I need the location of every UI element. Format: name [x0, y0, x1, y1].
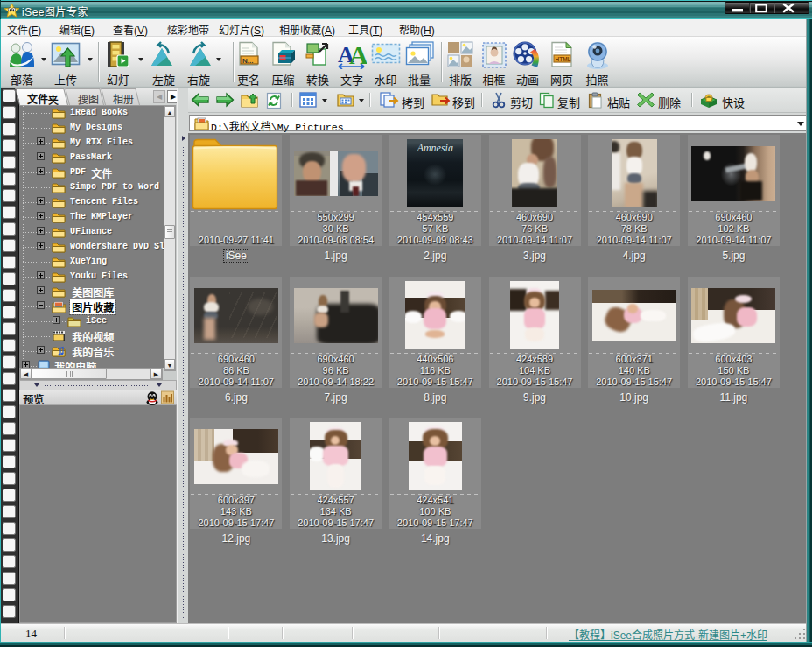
svg-text:HTML: HTML: [556, 56, 571, 62]
svg-text:A: A: [349, 41, 367, 69]
svg-text:N...: N...: [242, 57, 253, 65]
